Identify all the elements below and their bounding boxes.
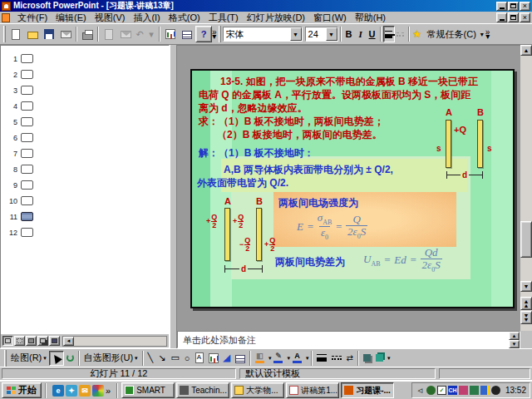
pane-splitter[interactable] bbox=[170, 45, 177, 348]
task-button-physics-folder[interactable]: 大学物... bbox=[231, 382, 284, 398]
font-color-button[interactable]: A bbox=[290, 351, 304, 366]
chevron-down-icon[interactable]: ▾ bbox=[387, 355, 391, 362]
font-name-combo[interactable]: 宋体 ▼ bbox=[223, 27, 303, 42]
outline-slide-row[interactable]: 2 bbox=[1, 66, 169, 82]
outline-slide-row[interactable]: 7 bbox=[1, 145, 169, 161]
draw-menu-button[interactable]: 绘图(R)▾ bbox=[8, 351, 49, 366]
task-button-exercise-class-active[interactable]: 习题课-... bbox=[341, 382, 394, 398]
outline-view-button[interactable] bbox=[14, 336, 25, 346]
task-button-teaching[interactable]: Teachin... bbox=[176, 382, 229, 398]
menu-item-format[interactable]: 格式(O) bbox=[165, 11, 204, 25]
slide-thumbnail-icon[interactable] bbox=[21, 149, 33, 158]
menu-item-window[interactable]: 窗口(W) bbox=[309, 11, 351, 25]
help-button[interactable]: ? bbox=[195, 26, 212, 42]
line-color-button[interactable]: ✎ bbox=[271, 351, 285, 366]
scroll-down-button[interactable]: ▼ bbox=[509, 340, 520, 348]
toolbar-grip[interactable] bbox=[3, 26, 6, 42]
toolbar-overflow-button[interactable]: »▾ bbox=[485, 30, 490, 38]
toolbar-grip[interactable] bbox=[4, 350, 7, 367]
doc-minimize-button[interactable] bbox=[496, 12, 507, 22]
toolbar-overflow-button[interactable]: »▾ bbox=[212, 30, 217, 38]
common-tasks-star-button[interactable]: ★ bbox=[411, 26, 423, 42]
smartboard-icon[interactable]: ✓ bbox=[437, 386, 446, 395]
oval-tool-button[interactable]: ○ bbox=[182, 351, 193, 366]
arrow-tool-button[interactable]: ↘ bbox=[155, 351, 168, 366]
previous-slide-button[interactable]: ▲▲ bbox=[520, 297, 532, 310]
scroll-up-button[interactable]: ▲ bbox=[520, 45, 532, 56]
free-rotate-button[interactable] bbox=[64, 351, 76, 366]
slide-thumbnail-icon[interactable] bbox=[21, 180, 33, 190]
arrow-style-button[interactable]: ⇄ bbox=[344, 351, 356, 366]
outline-slide-row[interactable]: 6 bbox=[1, 130, 169, 145]
display-settings-icon[interactable] bbox=[470, 386, 479, 395]
outline-pane[interactable]: 1 2 3 4 5 6 7 8 9 10 11 12 ◂ bbox=[0, 45, 170, 348]
chevron-down-icon[interactable]: ▼ bbox=[326, 27, 337, 41]
close-button[interactable]: × bbox=[520, 2, 530, 11]
slide-thumbnail-icon[interactable] bbox=[21, 101, 33, 111]
menu-item-slideshow[interactable]: 幻灯片放映(D) bbox=[243, 11, 309, 25]
open-button[interactable] bbox=[24, 26, 41, 42]
doc-restore-button[interactable] bbox=[508, 12, 519, 22]
undo-dropdown[interactable]: ▾ bbox=[145, 26, 157, 42]
channels-icon[interactable]: ✦ bbox=[66, 385, 77, 397]
email-button[interactable] bbox=[57, 26, 74, 42]
task-button-lecture-notes[interactable]: 讲稿第1... bbox=[286, 382, 339, 398]
outline-slide-row[interactable]: 9 bbox=[1, 177, 169, 193]
powerpoint-app-icon[interactable] bbox=[2, 2, 11, 11]
scroll-up-button[interactable]: ▲ bbox=[509, 332, 520, 340]
shadow-button[interactable] bbox=[361, 351, 373, 366]
fill-color-button[interactable]: ◧ bbox=[253, 351, 267, 366]
quick-launch-overflow-icon[interactable]: » bbox=[106, 386, 111, 396]
paste-button[interactable] bbox=[117, 26, 134, 42]
menu-item-insert[interactable]: 插入(I) bbox=[129, 11, 164, 25]
slide-thumbnail-icon[interactable] bbox=[21, 133, 33, 142]
input-method-indicator[interactable]: CH bbox=[448, 386, 457, 395]
slide-thumbnail-icon[interactable] bbox=[21, 86, 33, 95]
rectangle-tool-button[interactable]: ▭ bbox=[168, 351, 181, 366]
slideshow-view-button[interactable] bbox=[49, 336, 60, 346]
scroll-left-icon[interactable]: ◂ bbox=[63, 337, 74, 346]
align-left-button[interactable] bbox=[383, 26, 395, 42]
outline-slide-row[interactable]: 5 bbox=[1, 114, 169, 130]
document-icon[interactable] bbox=[2, 13, 10, 22]
chevron-down-icon[interactable]: ▼ bbox=[290, 27, 302, 41]
toolbar-grip[interactable] bbox=[219, 26, 221, 42]
new-button[interactable] bbox=[7, 26, 24, 42]
line-tool-button[interactable]: ╲ bbox=[145, 351, 156, 366]
dash-style-button[interactable] bbox=[329, 351, 344, 366]
font-size-combo[interactable]: 24 ▼ bbox=[305, 27, 338, 42]
outline-slide-row[interactable]: 8 bbox=[1, 161, 169, 177]
underline-button[interactable]: U bbox=[367, 26, 378, 42]
notes-scrollbar[interactable]: ▲ ▼ bbox=[509, 332, 520, 347]
start-button[interactable]: 开始 bbox=[2, 382, 42, 398]
volume-icon[interactable]: ◁ bbox=[416, 386, 425, 395]
outline-slide-row-current[interactable]: 11 bbox=[1, 209, 169, 224]
notes-pane[interactable]: 单击此处添加备注 ▲ ▼ bbox=[177, 331, 520, 348]
three-d-button[interactable] bbox=[373, 351, 386, 366]
scheduler-icon[interactable] bbox=[491, 386, 500, 395]
insert-wordart-button[interactable]: ◢ bbox=[221, 351, 233, 366]
menu-item-help[interactable]: 帮助(H) bbox=[351, 11, 390, 25]
insert-clipart-button[interactable] bbox=[206, 351, 221, 366]
next-slide-button[interactable]: ▼▼ bbox=[520, 311, 532, 324]
align-center-button[interactable] bbox=[395, 26, 406, 42]
network-icon[interactable] bbox=[426, 386, 436, 395]
print-button[interactable] bbox=[79, 26, 96, 42]
slide-sorter-view-button[interactable] bbox=[37, 336, 48, 346]
menu-item-view[interactable]: 视图(V) bbox=[91, 11, 130, 25]
copy-button[interactable] bbox=[101, 26, 117, 42]
internet-explorer-icon[interactable]: e bbox=[52, 385, 64, 397]
restore-button[interactable] bbox=[508, 2, 519, 11]
insert-chart-button[interactable] bbox=[162, 26, 179, 42]
task-button-smart[interactable]: SMART bbox=[121, 382, 175, 398]
slide-thumbnail-icon[interactable] bbox=[21, 117, 33, 126]
doc-close-button[interactable]: × bbox=[520, 12, 530, 22]
taskbar-clock[interactable]: 13:52 bbox=[502, 386, 526, 395]
chevron-down-icon[interactable]: ▾ bbox=[480, 31, 484, 38]
battery-icon[interactable] bbox=[480, 386, 490, 395]
select-objects-button[interactable] bbox=[49, 351, 64, 366]
slide-thumbnail-icon[interactable] bbox=[21, 70, 33, 79]
outline-slide-row[interactable]: 4 bbox=[1, 98, 169, 114]
menu-item-file[interactable]: 文件(F) bbox=[13, 11, 52, 25]
insert-table-button[interactable] bbox=[179, 26, 195, 42]
